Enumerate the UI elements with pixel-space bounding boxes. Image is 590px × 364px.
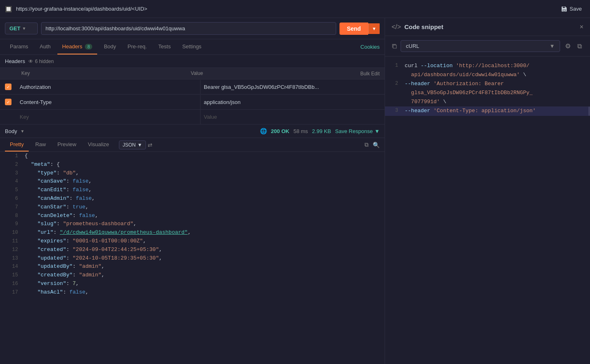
json-line-16: 16 "version": 7, — [0, 280, 385, 288]
json-line-11: 11 "expires": "0001-01-01T00:00:00Z", — [0, 237, 385, 246]
copy-snippet-button[interactable] — [392, 43, 397, 49]
table-header: Key Value Bulk Edit — [0, 68, 385, 79]
rtab-raw[interactable]: Raw — [30, 138, 51, 151]
save-button[interactable]: Save — [558, 4, 585, 14]
tab-auth[interactable]: Auth — [35, 39, 56, 54]
json-line-10: 10 "url": "/d/cdwwi4w01quwwa/prometheus-… — [0, 228, 385, 237]
code-line-1b: api/dashboards/uid/cdwwi4w01quwwa' \ — [385, 70, 590, 79]
authorization-key[interactable]: Authorization — [16, 80, 200, 94]
content-type-value[interactable]: application/json — [200, 95, 385, 109]
save-response-chevron-icon: ▼ — [374, 128, 380, 134]
url-input[interactable] — [41, 22, 336, 35]
save-response-button[interactable]: Save Response ▼ — [335, 128, 380, 134]
cookies-button[interactable]: Cookies — [360, 44, 380, 50]
json-line-4: 4 "canSave": false, — [0, 177, 385, 186]
send-button-wrap: Send ▼ — [339, 23, 380, 35]
copy-code-button[interactable]: ⧉ — [576, 41, 583, 52]
json-viewer: 1 { 2 "meta": { 3 "type": "db", 4 "canSa… — [0, 152, 385, 364]
json-line-6: 6 "canAdmin": false, — [0, 194, 385, 203]
tab-body[interactable]: Body — [99, 39, 121, 54]
copy-icon[interactable]: ⧉ — [364, 141, 369, 148]
bulk-edit-button[interactable]: Bulk Edit — [360, 71, 380, 77]
authorization-value[interactable]: Bearer glsa_VB5oGpJsDW06zPCr4F87tIbDBb..… — [200, 80, 385, 94]
right-header: </> Code snippet × — [385, 18, 590, 36]
body-chevron-icon[interactable]: ▼ — [21, 129, 25, 133]
right-panel: </> Code snippet × cURL ▼ ⚙ ⧉ 1 — [385, 18, 590, 364]
code-line-1: 1 curl --location 'http://localhost:3000… — [385, 61, 590, 70]
status-section: 🌐 200 OK 58 ms 2.99 KB Save Response ▼ — [260, 128, 380, 134]
method-chevron-icon: ▼ — [22, 26, 26, 31]
json-line-5: 5 "canEdit": false, — [0, 186, 385, 194]
eye-icon: 👁 — [28, 59, 33, 64]
json-line-9: 9 "slug": "prometheus-dashboard", — [0, 220, 385, 228]
left-panel: GET ▼ Send ▼ Params Auth Headers 8 Body … — [0, 18, 385, 364]
format-select[interactable]: JSON ▼ — [119, 140, 146, 149]
send-dropdown-button[interactable]: ▼ — [368, 23, 380, 34]
json-line-14: 14 "updatedBy": "admin", — [0, 262, 385, 271]
json-line-1: 1 { — [0, 152, 385, 161]
empty-value[interactable]: Value — [200, 110, 385, 124]
request-bar: GET ▼ Send ▼ — [0, 18, 385, 39]
tab-headers[interactable]: Headers 8 — [57, 39, 98, 54]
rtab-pretty[interactable]: Pretty — [5, 138, 29, 151]
copy-icon — [392, 43, 397, 49]
content-type-checkbox-cell — [0, 95, 16, 109]
code-area: 1 curl --location 'http://localhost:3000… — [385, 57, 590, 364]
status-size: 2.99 KB — [312, 128, 331, 134]
tab-params[interactable]: Params — [5, 39, 33, 54]
settings-button[interactable]: ⚙ — [563, 41, 572, 52]
status-ok: 200 OK — [271, 128, 289, 134]
code-toolbar: cURL ▼ ⚙ ⧉ — [385, 36, 590, 57]
header-row-content-type: Content-Type application/json — [0, 95, 385, 110]
tab-settings[interactable]: Settings — [177, 39, 206, 54]
code-line-3: 3 --header 'Content-Type: application/js… — [385, 106, 590, 115]
json-line-7: 7 "canStar": true, — [0, 203, 385, 212]
code-line-2c: 7077991d' \ — [385, 97, 590, 106]
method-select[interactable]: GET ▼ — [5, 23, 38, 34]
app-icon: 🔲 — [5, 6, 12, 12]
authorization-checkbox-cell — [0, 79, 16, 94]
lang-chevron-icon: ▼ — [549, 43, 555, 49]
code-line-2b: glsa_VB5oGpJsDW06zPCr4F87tIbDBb2RNGPy_ — [385, 88, 590, 97]
response-icons: ⧉ 🔍 — [364, 141, 380, 148]
empty-key[interactable]: Key — [16, 110, 200, 124]
headers-title: Headers — [5, 58, 25, 64]
col-key-header: Key — [21, 70, 191, 77]
tab-tests[interactable]: Tests — [153, 39, 175, 54]
headers-section: Headers 👁 6 hidden Key Value Bulk Edit — [0, 55, 385, 124]
headers-title-row: Headers 👁 6 hidden — [0, 55, 385, 68]
close-button[interactable]: × — [580, 23, 583, 31]
json-line-13: 13 "updated": "2024-10-05T18:29:35+05:30… — [0, 254, 385, 263]
empty-checkbox-cell — [0, 113, 16, 121]
save-icon — [561, 6, 567, 12]
top-bar-url: https://your-grafana-instance/api/dashbo… — [16, 6, 554, 12]
filter-icon[interactable]: ⇄ — [148, 142, 153, 148]
authorization-checkbox[interactable] — [5, 84, 11, 90]
content-type-key[interactable]: Content-Type — [16, 95, 200, 109]
rtab-visualize[interactable]: Visualize — [83, 138, 114, 151]
globe-icon: 🌐 — [260, 128, 267, 134]
tabs-bar: Params Auth Headers 8 Body Pre-req. Test… — [0, 39, 385, 55]
json-line-17: 17 "hasAcl": false, — [0, 288, 385, 297]
search-icon[interactable]: 🔍 — [373, 142, 380, 148]
headers-count-badge: 8 — [85, 44, 92, 50]
code-line-2: 2 --header 'Authorization: Bearer — [385, 79, 590, 88]
language-select[interactable]: cURL ▼ — [401, 40, 560, 52]
format-chevron-icon: ▼ — [137, 142, 142, 148]
header-row-empty: Key Value — [0, 110, 385, 124]
code-icon: </> — [392, 23, 401, 31]
code-snippet-title: Code snippet — [404, 23, 443, 30]
body-bar: Body ▼ 🌐 200 OK 58 ms 2.99 KB Save Respo… — [0, 124, 385, 138]
json-line-12: 12 "created": "2024-09-04T22:44:25+05:30… — [0, 246, 385, 254]
headers-hidden-badge: 👁 6 hidden — [28, 59, 54, 64]
json-line-15: 15 "createdBy": "admin", — [0, 271, 385, 280]
send-button[interactable]: Send — [339, 23, 368, 35]
content-type-checkbox[interactable] — [5, 99, 11, 105]
main-layout: GET ▼ Send ▼ Params Auth Headers 8 Body … — [0, 18, 590, 364]
json-line-2: 2 "meta": { — [0, 161, 385, 169]
json-line-3: 3 "type": "db", — [0, 169, 385, 178]
top-bar: 🔲 https://your-grafana-instance/api/dash… — [0, 0, 590, 18]
rtab-preview[interactable]: Preview — [52, 138, 81, 151]
status-time: 58 ms — [294, 128, 308, 134]
tab-prereq[interactable]: Pre-req. — [123, 39, 152, 54]
